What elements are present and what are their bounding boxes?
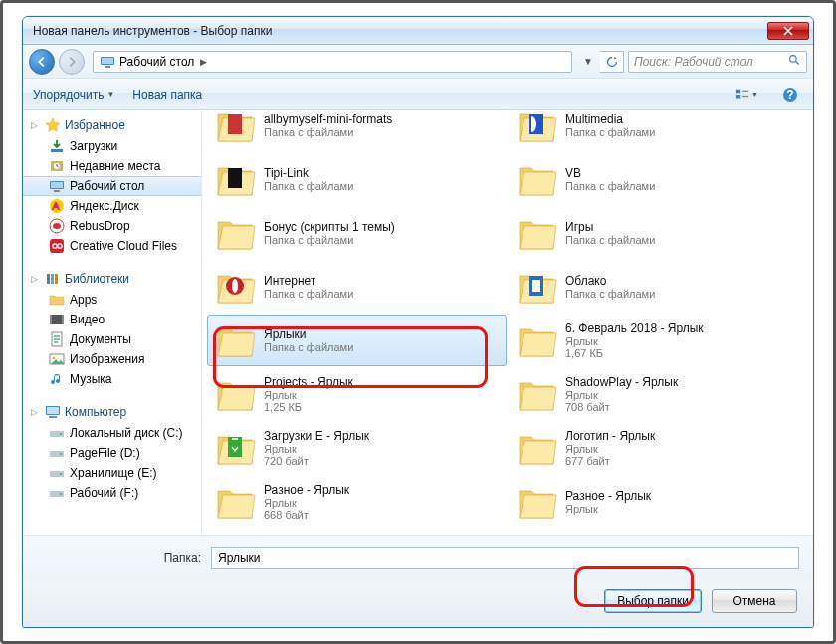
computer-icon <box>45 404 61 420</box>
tree-item[interactable]: RebusDrop <box>23 216 201 236</box>
file-subtitle: Папка с файлами <box>264 234 395 246</box>
tree-item-label: Изображения <box>70 352 144 366</box>
file-subtitle: Папка с файлами <box>565 288 655 300</box>
folder-icon <box>214 427 256 469</box>
help-button[interactable]: ? <box>777 84 803 106</box>
tree-item[interactable]: Локальный диск (C:) <box>23 423 201 443</box>
view-options-button[interactable]: ▼ <box>733 84 759 106</box>
file-item[interactable]: VB Папка с файлами <box>509 153 808 205</box>
file-size: 1,67 КБ <box>565 347 704 359</box>
rebus-icon <box>49 218 65 234</box>
file-name: Облако <box>565 274 655 288</box>
tree-item[interactable]: Музыка <box>23 369 201 389</box>
tree-item[interactable]: Видео <box>23 310 201 329</box>
tree-item[interactable]: Хранилище (E:) <box>23 463 201 483</box>
folder-icon <box>516 427 557 469</box>
svg-rect-4 <box>736 89 740 93</box>
folder-icon <box>516 266 557 308</box>
file-size: 668 байт <box>264 509 349 521</box>
file-item[interactable]: Облако Папка с файлами <box>509 261 808 313</box>
file-name: Tipi-Link <box>264 166 353 180</box>
folder-name-input[interactable] <box>211 547 799 569</box>
breadcrumb-dropdown[interactable]: ▼ <box>583 56 593 67</box>
tree-item[interactable]: Загрузки <box>23 136 201 156</box>
expand-icon[interactable]: ▷ <box>31 120 41 130</box>
tree-item[interactable]: Creative Cloud Files <box>23 236 201 256</box>
file-list[interactable]: allbymyself-mini-formats Папка с файлами… <box>202 110 813 535</box>
search-input[interactable]: Поиск: Рабочий стол <box>628 51 807 73</box>
tree-item[interactable]: Недавние места <box>23 156 201 176</box>
file-name: Ярлыки <box>264 327 353 341</box>
desktop-icon <box>49 178 65 194</box>
file-item[interactable]: Загрузки E - Ярлык Ярлык 720 байт <box>207 422 507 474</box>
organize-menu[interactable]: Упорядочить ▼ <box>33 88 114 102</box>
file-item[interactable]: Projects - Ярлык Ярлык 1,25 КБ <box>207 368 507 420</box>
tree-item[interactable]: Apps <box>23 290 201 310</box>
folder-icon <box>516 373 557 415</box>
expand-icon[interactable]: ▷ <box>31 274 41 284</box>
svg-point-34 <box>60 433 62 435</box>
file-item[interactable]: Tipi-Link Папка с файлами <box>207 153 507 205</box>
tree-item[interactable]: Яндекс.Диск <box>23 196 201 216</box>
file-item[interactable]: Бонус (скрипты 1 темы) Папка с файлами <box>207 207 507 259</box>
chevron-right-icon[interactable]: ▶ <box>198 57 209 67</box>
tree-item[interactable]: Изображения <box>23 349 201 369</box>
tree-item-label: Музыка <box>70 372 111 386</box>
folder-icon <box>214 481 256 523</box>
music-icon <box>49 371 65 387</box>
file-item[interactable]: Разное - Ярлык Ярлык 668 байт <box>207 476 507 528</box>
folder-icon <box>214 158 256 200</box>
back-button[interactable] <box>29 49 55 75</box>
drive-icon <box>49 465 65 481</box>
refresh-button[interactable] <box>600 51 624 73</box>
tree-item-label: Видео <box>70 313 104 326</box>
file-item[interactable]: Игры Папка с файлами <box>509 207 808 259</box>
drive-icon <box>49 485 65 501</box>
dialog-buttons: Выбор папки Отмена <box>23 579 813 627</box>
download-icon <box>49 138 65 154</box>
folder-icon <box>516 158 557 200</box>
folder-icon <box>214 266 256 308</box>
tree-item-label: Яндекс.Диск <box>70 199 139 213</box>
file-item[interactable]: Разное - Ярлык Ярлык <box>509 476 808 528</box>
tree-item[interactable]: Рабочий (F:) <box>23 483 201 503</box>
tree-item-label: Загрузки <box>70 139 117 153</box>
file-item[interactable]: Интернет Папка с файлами <box>207 261 507 313</box>
svg-point-3 <box>790 55 797 62</box>
svg-rect-48 <box>228 437 242 457</box>
tree-item[interactable]: Документы <box>23 329 201 349</box>
file-item[interactable]: ShadowPlay - Ярлык Ярлык 708 байт <box>509 368 808 420</box>
tree-group-header[interactable]: ▷Компьютер <box>23 401 201 423</box>
file-item[interactable]: 6. Февраль 2018 - Ярлык Ярлык 1,67 КБ <box>509 315 808 366</box>
svg-point-40 <box>60 493 62 495</box>
tree-item[interactable]: PageFile (D:) <box>23 443 201 463</box>
cc-icon <box>49 238 65 254</box>
select-folder-button[interactable]: Выбор папки <box>604 589 702 613</box>
file-item[interactable]: Логотип - Ярлык Ярлык 677 байт <box>509 422 808 474</box>
toolbar: Упорядочить ▼ Новая папка ▼ ? <box>23 79 813 110</box>
file-item[interactable]: allbymyself-mini-formats Папка с файлами <box>207 110 507 151</box>
file-subtitle: Ярлык <box>565 335 704 347</box>
folder-icon <box>516 110 557 146</box>
close-button[interactable] <box>767 22 809 40</box>
forward-button[interactable] <box>59 49 85 75</box>
lib-icon <box>45 271 61 287</box>
file-item[interactable]: Multimedia Папка с файлами <box>509 110 808 151</box>
cancel-button[interactable]: Отмена <box>712 589 797 613</box>
file-subtitle: Папка с файлами <box>264 288 353 300</box>
tree-item-label: Локальный диск (C:) <box>70 426 183 440</box>
new-folder-button[interactable]: Новая папка <box>132 88 202 102</box>
svg-rect-47 <box>532 280 540 292</box>
breadcrumb[interactable]: Рабочий стол ▶ <box>93 51 572 73</box>
tree-group-header[interactable]: ▷Библиотеки <box>23 268 201 290</box>
tree-item-label: Creative Cloud Files <box>70 239 177 253</box>
title-bar: Новая панель инструментов - Выбор папки <box>23 17 813 45</box>
expand-icon[interactable]: ▷ <box>31 407 41 417</box>
tree-group-header[interactable]: ▷Избранное <box>23 114 201 136</box>
navigation-tree[interactable]: ▷ИзбранноеЗагрузкиНедавние местаРабочий … <box>23 110 202 535</box>
tree-item[interactable]: Рабочий стол <box>23 176 201 196</box>
svg-rect-31 <box>47 407 59 414</box>
tree-item-label: Рабочий стол <box>70 179 144 193</box>
file-item[interactable]: Ярлыки Папка с файлами <box>207 315 507 366</box>
svg-rect-2 <box>104 66 110 68</box>
